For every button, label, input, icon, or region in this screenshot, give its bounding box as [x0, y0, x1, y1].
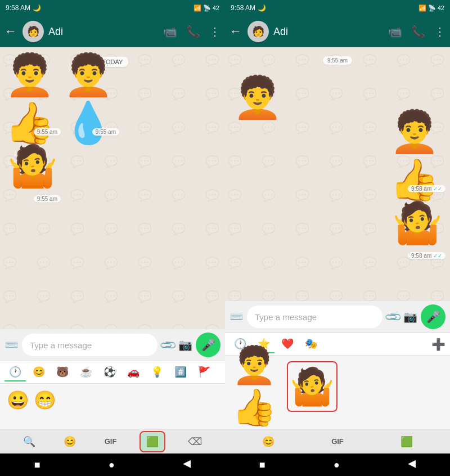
left-avatar[interactable]: 🧑 — [22, 21, 44, 42]
left-msg-2: 🧑‍🦱💧 9:55 am — [63, 71, 119, 136]
right-msg-1: 🧑‍🦱 — [230, 69, 286, 125]
left-emoji-tabs: 🕐 😊 🐻 ☕ ⚽ 🚗 💡 #️⃣ 🚩 — [0, 361, 225, 384]
left-sticker-1: 🧑‍🦱👍 — [4, 71, 61, 127]
left-signal-icon: 📡 — [203, 5, 211, 12]
right-time-bubble: 9:55 am — [230, 54, 446, 67]
left-emoji-tab-objects[interactable]: 💡 — [146, 363, 168, 381]
left-video-call-button[interactable]: 📹 — [163, 25, 177, 38]
right-call-button[interactable]: 📞 — [411, 25, 425, 38]
left-kb-delete[interactable]: ⌫ — [182, 432, 208, 451]
left-msg-1: 🧑‍🦱👍 9:55 am — [4, 71, 61, 136]
right-sticker-thumb[interactable]: 🧑‍🦱👍 — [232, 361, 282, 412]
right-moon-icon: 🌙 — [258, 4, 266, 12]
left-kb-sticker[interactable]: 🟩 — [140, 431, 165, 452]
right-attach-icon[interactable]: 📎 — [383, 307, 403, 327]
right-msg-2-row: 🧑‍🦱👍 9:58 am ✓✓ — [230, 128, 446, 192]
right-back-button[interactable]: ← — [230, 24, 242, 39]
left-contact-name[interactable]: Adi — [48, 26, 159, 38]
right-msg-3: 🤷 9:58 am ✓✓ — [389, 195, 446, 259]
right-contact-name[interactable]: Adi — [273, 26, 384, 38]
left-nav-triangle[interactable]: ▶ — [183, 459, 191, 471]
left-emoji-content: 😀 😁 — [0, 384, 225, 429]
left-msg-row-3: 🤷 9:55 am — [4, 138, 220, 203]
left-emoji-panel: 🕐 😊 🐻 ☕ ⚽ 🚗 💡 #️⃣ 🚩 😀 😁 — [0, 361, 225, 429]
right-video-call-button[interactable]: 📹 — [388, 25, 402, 38]
left-back-button[interactable]: ← — [4, 24, 17, 39]
left-camera-icon[interactable]: 📷 — [178, 338, 192, 352]
left-kb-gif[interactable]: GIF — [99, 434, 123, 449]
left-emoji-tab-animals[interactable]: 🐻 — [52, 363, 73, 381]
left-kb-emoji[interactable]: 😊 — [58, 432, 82, 451]
right-sticker-add[interactable]: ➕ — [431, 338, 446, 351]
left-emoji-tab-travel[interactable]: 🚗 — [123, 363, 144, 381]
left-attach-icon[interactable]: 📎 — [158, 335, 178, 355]
right-sticker-shrug[interactable]: 🤷 — [287, 361, 338, 412]
right-kb-gif[interactable]: GIF — [326, 434, 349, 449]
left-emoji-1[interactable]: 😀 — [7, 389, 29, 423]
right-nav-circle[interactable]: ● — [334, 459, 340, 471]
left-sticker-row-1: 🧑‍🦱👍 9:55 am 🧑‍🦱💧 9:55 am — [4, 71, 220, 136]
left-call-button[interactable]: 📞 — [186, 25, 200, 38]
left-emoji-tab-symbols[interactable]: #️⃣ — [170, 363, 191, 381]
right-message-input[interactable]: Type a message — [247, 306, 382, 328]
left-nav-bar: ■ ● ▶ — [0, 453, 225, 476]
left-time-2: 9:55 am — [92, 128, 119, 136]
left-emoji-tab-recents[interactable]: 🕐 — [4, 363, 26, 381]
left-emoji-tab-faces[interactable]: 😊 — [28, 363, 50, 381]
left-emoji-tab-flags[interactable]: 🚩 — [194, 363, 215, 381]
left-more-button[interactable]: ⋮ — [209, 25, 220, 38]
left-nav-circle[interactable]: ● — [109, 459, 115, 471]
left-app-bar: ← 🧑 Adi 📹 📞 ⋮ — [0, 16, 225, 47]
right-app-bar: ← 🧑 Adi 📹 📞 ⋮ — [225, 16, 450, 47]
right-sticker-tab-faces[interactable]: 🎭 — [300, 335, 322, 353]
left-wifi-icon: 📶 — [194, 5, 201, 12]
right-more-button[interactable]: ⋮ — [434, 25, 446, 38]
left-keyboard-icon[interactable]: ⌨️ — [4, 338, 19, 352]
left-kb-search[interactable]: 🔍 — [17, 432, 41, 451]
right-chat-area: 9:55 am 🧑‍🦱 🧑‍🦱👍 9:58 am ✓✓ 🤷 9:58 am ✓✓ — [225, 47, 450, 301]
right-panel: 9:58 AM 🌙 📶 📡 42 ← 🧑 Adi 📹 📞 ⋮ 9:55 am 🧑… — [225, 0, 450, 476]
left-moon-icon: 🌙 — [33, 4, 41, 12]
left-status-bar: 9:58 AM 🌙 📶 📡 42 — [0, 0, 225, 16]
right-keyboard-icon[interactable]: ⌨️ — [230, 310, 244, 324]
left-mic-button[interactable]: 🎤 — [196, 333, 220, 357]
left-nav-square[interactable]: ■ — [34, 459, 40, 471]
right-sticker-panel: 🕐 ⭐ ❤️ 🎭 ➕ 🧑‍🦱👍 🤷 — [225, 333, 450, 429]
right-sticker-2: 🧑‍🦱👍 — [389, 128, 446, 184]
right-status-bar: 9:58 AM 🌙 📶 📡 42 — [225, 0, 450, 16]
right-wifi-icon: 📶 — [418, 5, 426, 12]
left-time-3: 9:55 am — [34, 195, 61, 203]
left-emoji-tab-sports[interactable]: ⚽ — [99, 363, 120, 381]
right-avatar[interactable]: 🧑 — [248, 21, 269, 42]
left-emoji-tab-food[interactable]: ☕ — [75, 363, 97, 381]
left-message-input[interactable]: Type a message — [22, 334, 158, 356]
left-keyboard-bar: 🔍 😊 GIF 🟩 ⌫ — [0, 429, 225, 453]
left-sticker-3: 🤷 — [4, 138, 61, 194]
right-mic-icon: 🎤 — [426, 310, 440, 324]
left-time-1: 9:55 am — [34, 128, 61, 136]
right-mic-button[interactable]: 🎤 — [421, 304, 446, 329]
right-nav-bar: ■ ● ▶ — [225, 453, 450, 476]
right-sticker-1: 🧑‍🦱 — [230, 69, 286, 125]
left-msg-3: 🤷 9:55 am — [4, 138, 61, 203]
left-emoji-2[interactable]: 😁 — [34, 389, 56, 423]
right-msg-3-row: 🤷 9:58 am ✓✓ — [230, 195, 446, 259]
right-keyboard-bar: 😊 GIF 🟩 — [225, 429, 450, 453]
left-time: 9:58 AM — [6, 4, 30, 12]
right-sticker-grid: 🧑‍🦱👍 🤷 — [225, 356, 450, 429]
right-time-3: 9:58 am ✓✓ — [408, 252, 446, 259]
left-input-placeholder: Type a message — [30, 340, 92, 350]
right-kb-sticker[interactable]: 🟩 — [395, 432, 418, 451]
left-app-bar-icons: 📹 📞 ⋮ — [163, 25, 220, 38]
right-input-placeholder: Type a message — [255, 312, 317, 322]
left-sticker-2: 🧑‍🦱💧 — [63, 71, 119, 127]
right-kb-emoji[interactable]: 😊 — [256, 432, 280, 451]
right-battery: 42 — [438, 5, 444, 11]
right-time-2: 9:58 am ✓✓ — [408, 185, 446, 192]
right-nav-square[interactable]: ■ — [259, 459, 266, 471]
right-camera-icon[interactable]: 📷 — [403, 310, 417, 324]
right-sticker-3: 🤷 — [389, 195, 446, 251]
right-nav-triangle[interactable]: ▶ — [408, 459, 416, 471]
left-battery: 42 — [213, 5, 219, 11]
left-input-bar: ⌨️ Type a message 📎 📷 🎤 — [0, 329, 225, 361]
